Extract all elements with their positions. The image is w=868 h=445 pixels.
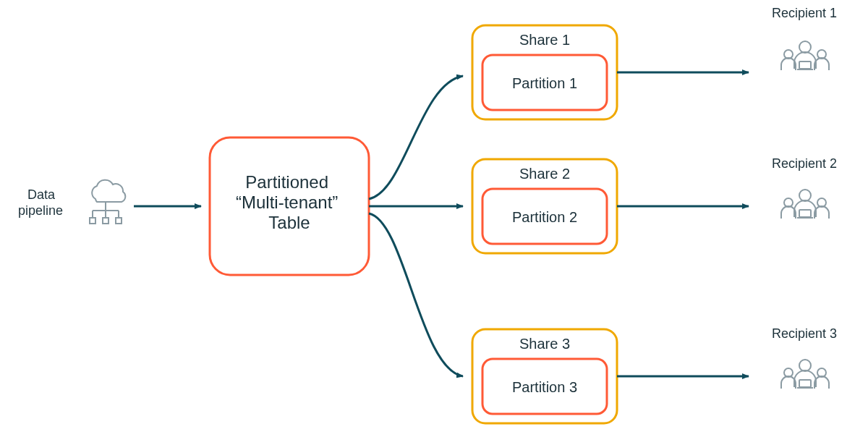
recipient-2-icon — [781, 190, 829, 219]
diagram-canvas: Data pipeline Partitioned “Multi-tenant”… — [0, 0, 868, 445]
svg-rect-12 — [116, 218, 122, 224]
arrow-table-to-share-1 — [369, 76, 463, 199]
share-3-label: Share 3 — [519, 336, 570, 352]
share-2-group: Share 2 Partition 2 — [472, 159, 617, 253]
svg-rect-11 — [103, 218, 109, 224]
recipient-2-label: Recipient 2 — [772, 156, 837, 171]
share-1-label: Share 1 — [519, 32, 570, 48]
recipient-3-label: Recipient 3 — [772, 326, 837, 341]
partition-3-label: Partition 3 — [512, 379, 577, 395]
recipient-3-icon — [781, 360, 829, 389]
cloud-pipeline-icon — [90, 180, 125, 224]
data-pipeline-label: Data pipeline — [18, 187, 63, 218]
share-3-group: Share 3 Partition 3 — [472, 329, 617, 423]
arrow-table-to-share-3 — [369, 213, 463, 376]
recipient-1-label: Recipient 1 — [772, 6, 837, 20]
partition-1-label: Partition 1 — [512, 75, 577, 91]
recipient-1-icon — [781, 41, 829, 70]
share-1-group: Share 1 Partition 1 — [472, 25, 617, 119]
share-2-label: Share 2 — [519, 166, 570, 182]
partitioned-table-label: Partitioned “Multi-tenant” Table — [236, 172, 343, 232]
partition-2-label: Partition 2 — [512, 209, 577, 225]
svg-rect-10 — [90, 218, 95, 224]
